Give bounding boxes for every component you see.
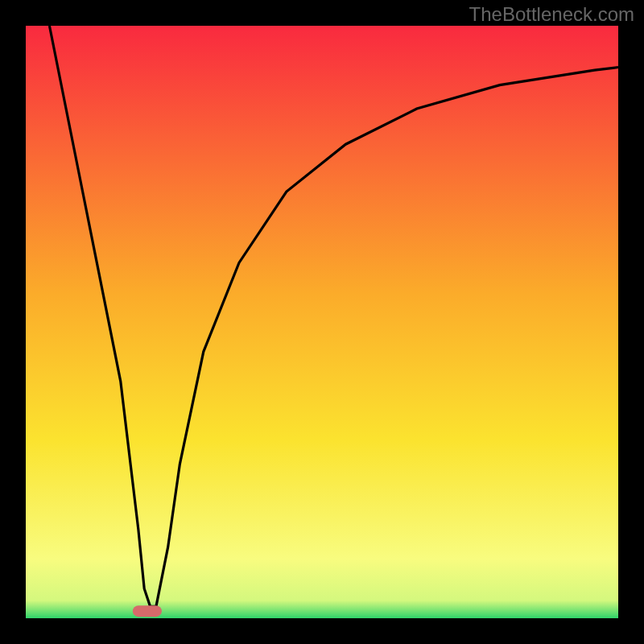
minimum-marker [133, 605, 162, 617]
chart-container [0, 0, 644, 644]
chart-svg [0, 0, 644, 644]
frame-bottom [0, 618, 644, 644]
frame-left [0, 0, 26, 644]
watermark-text: TheBottleneck.com [469, 3, 634, 26]
frame-right [618, 0, 644, 644]
gradient-background [26, 26, 618, 618]
